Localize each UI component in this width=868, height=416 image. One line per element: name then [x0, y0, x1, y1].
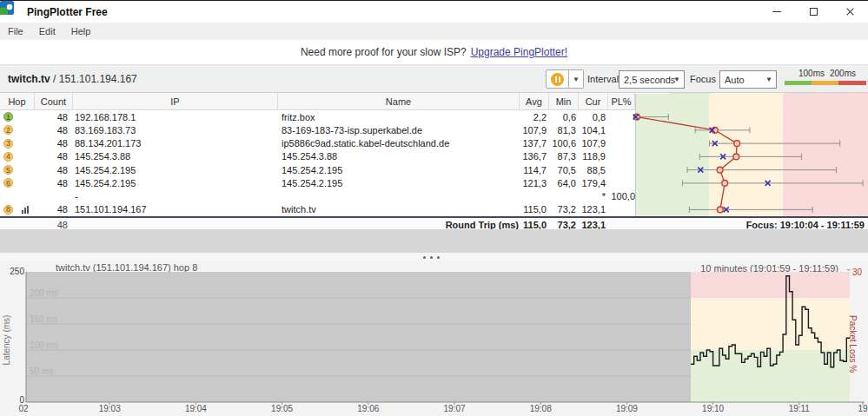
table-row[interactable]: 548145.254.2.195145.254.2.195114,770,588… — [0, 163, 635, 176]
y-axis-max-label: 250 — [9, 267, 24, 276]
avg-cell — [520, 190, 547, 203]
ip-cell: 145.254.3.88 — [75, 150, 275, 163]
focus-label: Focus — [690, 74, 716, 84]
pl-cell — [608, 203, 635, 216]
ip-cell: 145.254.2.195 — [75, 163, 275, 176]
avg-latency-point — [633, 114, 639, 120]
col-header-min[interactable]: Min — [549, 93, 579, 110]
col-header-cur[interactable]: Cur — [579, 93, 608, 110]
x-tick-label: 19:07 — [443, 404, 465, 413]
avg-latency-point — [717, 167, 723, 173]
cur-cell: 0,8 — [579, 110, 606, 123]
table-row[interactable]: 34888.134.201.173ip5886c9ad.static.kabel… — [0, 137, 635, 150]
x-tick-label: 19:05 — [271, 404, 293, 413]
trace-latency-chart[interactable] — [635, 94, 868, 216]
focus-select[interactable]: Auto ▼ — [719, 70, 777, 89]
latency-zone — [783, 94, 868, 216]
table-row[interactable]: 848151.101.194.167twitch.tv115,073,2123,… — [0, 203, 635, 216]
hop-cell: 4 — [0, 150, 35, 163]
x-tick-label: 19:06 — [357, 404, 379, 413]
hop-cell: 5 — [0, 163, 35, 176]
menu-file[interactable]: File — [0, 23, 31, 40]
table-row[interactable]: 648145.254.2.195145.254.2.195121,364,017… — [0, 176, 635, 189]
x-tick-label: 19 — [858, 404, 867, 413]
maximize-button[interactable] — [795, 1, 832, 23]
packet-loss-max-label: 30 — [852, 267, 862, 277]
target-ip: 151.101.194.167 — [59, 73, 137, 85]
col-header-count[interactable]: Count — [35, 93, 73, 110]
app-icon-graphic — [0, 1, 14, 15]
cur-cell: 179,4 — [579, 176, 606, 189]
count-cell — [35, 190, 68, 203]
cur-cell: 123,1 — [579, 203, 606, 216]
gridline-label: 100 ms — [30, 340, 58, 350]
x-tick-label: 02 — [18, 404, 28, 413]
gridline-label: 200 ms — [30, 288, 58, 298]
upgrade-link[interactable]: Upgrade PingPlotter! — [471, 46, 567, 58]
avg-cell: 2,2 — [520, 110, 547, 123]
name-cell: twitch.tv — [282, 203, 516, 216]
latency-zone — [709, 94, 783, 216]
avg-cell: 107,9 — [520, 123, 547, 136]
title-bar: PingPlotter Free — [0, 1, 868, 23]
pause-dropdown-button[interactable]: ▼ — [569, 69, 584, 89]
ip-cell: 151.101.194.167 — [75, 203, 275, 216]
col-header-hop[interactable]: Hop — [0, 93, 35, 110]
pl-cell — [608, 137, 635, 150]
col-header-avg[interactable]: Avg — [520, 93, 549, 110]
table-row[interactable]: 148192.168.178.1fritz.box2,20,60,8 — [0, 110, 635, 123]
name-cell — [282, 190, 516, 203]
avg-cell: 121,3 — [520, 176, 547, 189]
name-cell: fritz.box — [282, 110, 516, 123]
col-header-name[interactable]: Name — [278, 93, 520, 110]
table-row[interactable]: 448145.254.3.88145.254.3.88136,787,3118,… — [0, 150, 635, 163]
packet-loss-axis-title: Packet Loss % — [848, 315, 858, 373]
latency-scale-bar — [785, 81, 866, 85]
min-cell: 73,2 — [549, 203, 576, 216]
gridline-label: 150 ms — [30, 314, 58, 324]
avg-latency-point — [722, 180, 728, 186]
hop-cell: 3 — [0, 137, 35, 150]
table-row[interactable]: -*100,0 — [0, 190, 635, 203]
focus-value: Auto — [725, 75, 745, 85]
name-cell: 145.254.2.195 — [282, 163, 516, 176]
col-header-pl[interactable]: PL% — [608, 93, 635, 110]
trace-table-footer: 48 Round Trip (ms) 115,0 73,2 123,1 Focu… — [0, 216, 868, 229]
avg-cell: 136,7 — [520, 150, 547, 163]
splitter-handle-icon[interactable] — [423, 256, 440, 259]
cur-cell: * — [579, 190, 606, 203]
hop-cell: 6 — [0, 176, 35, 189]
col-header-ip[interactable]: IP — [73, 93, 278, 110]
interval-select[interactable]: 2,5 seconds ▼ — [619, 70, 685, 89]
avg-cell: 114,7 — [520, 163, 547, 176]
window-title: PingPlotter Free — [27, 6, 108, 18]
menu-bar: File Edit Help — [0, 23, 868, 40]
count-cell: 48 — [35, 123, 68, 136]
hop-number-badge: 5 — [3, 165, 13, 175]
name-cell: 145.254.3.88 — [282, 150, 516, 163]
count-cell: 48 — [35, 176, 68, 189]
scale-red-segment — [838, 81, 866, 85]
hop-number-badge: 2 — [3, 125, 13, 135]
pause-button[interactable] — [546, 69, 569, 89]
minimize-button[interactable] — [759, 1, 795, 23]
count-cell: 48 — [35, 163, 68, 176]
pane-splitter[interactable] — [0, 229, 868, 253]
target-summary[interactable]: twitch.tv / 151.101.194.167 — [8, 73, 137, 85]
timeline-graph-icon[interactable] — [22, 206, 29, 214]
menu-edit[interactable]: Edit — [31, 23, 63, 40]
table-row[interactable]: 24883.169.183.7383-169-183-73-isp.superk… — [0, 123, 635, 136]
avg-latency-point — [717, 207, 723, 213]
close-button[interactable] — [832, 1, 868, 23]
name-cell: 83-169-183-73-isp.superkabel.de — [282, 123, 516, 136]
y-axis-title: Latency (ms) — [2, 310, 11, 371]
ip-cell: - — [75, 190, 275, 203]
timeline-chart[interactable] — [0, 261, 868, 416]
ip-cell: 145.254.2.195 — [75, 176, 275, 189]
maximize-icon — [810, 8, 818, 16]
count-cell: 48 — [35, 150, 68, 163]
menu-help[interactable]: Help — [63, 23, 99, 40]
name-cell: 145.254.2.195 — [282, 176, 516, 189]
focus-zone-red — [691, 272, 850, 298]
ip-cell: 83.169.183.73 — [75, 123, 275, 136]
